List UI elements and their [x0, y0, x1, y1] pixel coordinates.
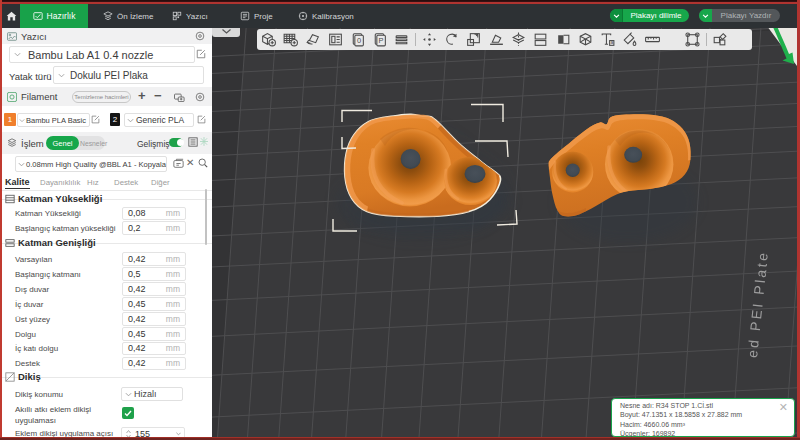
svg-text:P: P — [379, 36, 384, 45]
svg-text:0: 0 — [357, 36, 361, 45]
svg-text:a: a — [611, 40, 614, 45]
